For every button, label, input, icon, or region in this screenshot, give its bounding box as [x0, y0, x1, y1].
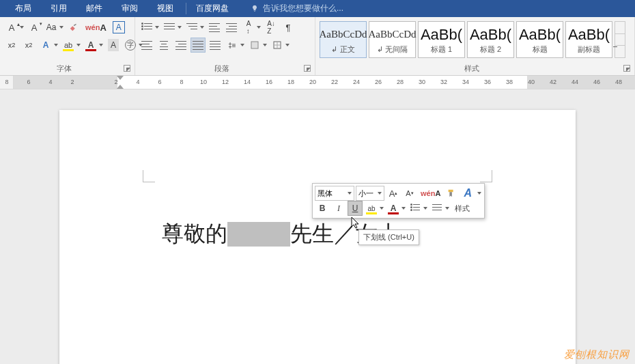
align-right-icon[interactable] — [173, 38, 188, 53]
mini-clear-dd[interactable] — [477, 186, 482, 201]
styles-dialog-launcher[interactable] — [623, 65, 630, 72]
numbering-icon[interactable] — [162, 20, 177, 35]
ruler-track[interactable]: 8642246810121416182022242628303234363840… — [14, 76, 635, 89]
menu-view[interactable]: 视图 — [147, 3, 183, 14]
styles-scroll-up[interactable] — [615, 22, 625, 34]
align-center-icon[interactable] — [156, 38, 171, 53]
increase-indent-icon[interactable] — [224, 20, 239, 35]
mini-italic-button[interactable]: I — [331, 201, 346, 216]
ruler-number: 20 — [309, 79, 316, 85]
line-spacing-dd[interactable] — [240, 38, 245, 53]
style-tile[interactable]: AaBb(标题 1 — [418, 21, 465, 58]
mini-numbering-icon[interactable] — [429, 201, 444, 216]
char-border-icon[interactable]: A — [111, 20, 127, 35]
decrease-indent-icon[interactable] — [207, 20, 222, 35]
mini-bullets-icon[interactable] — [408, 201, 423, 216]
show-marks-icon[interactable]: ¶ — [281, 20, 296, 35]
clear-format-icon[interactable] — [66, 20, 81, 35]
selected-text-placeholder[interactable] — [227, 222, 290, 247]
mini-fc-dd[interactable] — [401, 201, 406, 216]
shading-dd[interactable] — [262, 38, 268, 53]
align-distributed-icon[interactable] — [208, 38, 223, 53]
numbering-dd[interactable] — [177, 20, 182, 35]
style-tile[interactable]: AaBb(标题 2 — [467, 21, 514, 58]
mini-bold-button[interactable]: B — [315, 201, 330, 216]
increase-font-icon[interactable]: A▴ — [4, 20, 19, 35]
para-dialog-launcher[interactable] — [304, 65, 311, 72]
styles-expand[interactable] — [615, 46, 625, 57]
tooltip-underline: 下划线 (Ctrl+U) — [358, 229, 419, 245]
style-name: 副标题 — [578, 44, 600, 55]
page[interactable]: 尊敬的 先生／女士 黑体 小一 A▴ A▾ wénA A B I U ab A — [59, 110, 576, 364]
style-tile[interactable]: AaBbCcDd↲ 无间隔 — [369, 21, 416, 58]
mini-size-combo[interactable]: 小一 — [356, 186, 384, 201]
styles-gallery: AaBbCcDd↲ 正文AaBbCcDd↲ 无间隔AaBb(标题 1AaBb(标… — [320, 20, 630, 59]
phonetic-guide-icon[interactable]: wénA — [83, 20, 109, 35]
mini-format-painter-icon[interactable] — [444, 186, 459, 201]
style-tile[interactable]: AaBb(标题 — [516, 21, 563, 58]
char-shading-icon[interactable]: A — [106, 38, 121, 53]
menu-review[interactable]: 审阅 — [112, 3, 147, 14]
style-tile[interactable]: AaBbCcDd↲ 正文 — [320, 21, 367, 58]
styles-scroll-down[interactable] — [615, 34, 625, 46]
font-color-icon[interactable]: A — [83, 38, 98, 53]
ruler-number: 32 — [440, 79, 447, 85]
borders-icon[interactable] — [270, 38, 285, 53]
font-dialog-launcher[interactable] — [124, 65, 130, 72]
mini-clear-format-icon[interactable]: A — [460, 186, 475, 201]
mini-numbering-dd[interactable] — [444, 201, 450, 216]
line-spacing-icon[interactable]: ‡≡ — [225, 38, 240, 53]
enclose-char-icon[interactable]: 字 — [123, 38, 138, 53]
document-area[interactable]: 尊敬的 先生／女士 黑体 小一 A▴ A▾ wénA A B I U ab A — [0, 89, 635, 364]
mini-highlight-dd[interactable] — [379, 201, 384, 216]
text-effects-icon[interactable]: A — [38, 38, 53, 53]
bullets-icon[interactable] — [139, 20, 154, 35]
align-justify-icon[interactable] — [190, 38, 206, 53]
superscript-icon[interactable]: x2 — [21, 38, 36, 53]
style-preview: AaBb( — [470, 25, 511, 44]
ruler-number: 28 — [397, 79, 404, 85]
ruler-number: 6 — [27, 79, 30, 85]
ruler-number: 48 — [615, 79, 622, 85]
ruler-number: 30 — [419, 79, 425, 85]
mini-bullets-dd[interactable] — [423, 201, 428, 216]
change-case-icon[interactable]: Aa — [44, 20, 59, 35]
horizontal-ruler[interactable]: 8642246810121416182022242628303234363840… — [0, 76, 635, 89]
ruler-number: 6 — [158, 79, 161, 85]
mini-shrink-font-icon[interactable]: A▾ — [402, 186, 417, 201]
ruler-number: 36 — [484, 79, 491, 85]
style-name: 标题 2 — [480, 44, 501, 55]
shading-icon[interactable] — [247, 38, 262, 53]
text-direction-icon[interactable]: A↕ — [241, 20, 256, 35]
mini-highlight-icon[interactable]: ab — [364, 201, 379, 216]
mini-phonetic-icon[interactable]: wénA — [419, 186, 442, 201]
menu-mailings[interactable]: 邮件 — [76, 3, 112, 14]
decrease-font-icon[interactable]: A▾ — [27, 20, 42, 35]
mini-font-combo[interactable]: 黑体 — [315, 186, 354, 201]
multilevel-dd[interactable] — [199, 20, 205, 35]
highlight-icon[interactable]: ab — [61, 38, 76, 53]
tell-me-search[interactable]: 告诉我您想要做什么... — [251, 3, 343, 14]
menu-references[interactable]: 引用 — [41, 3, 76, 14]
text-dir-dd[interactable] — [256, 20, 262, 35]
borders-dd[interactable] — [285, 38, 290, 53]
increase-font-dd[interactable] — [19, 20, 25, 35]
multilevel-icon[interactable] — [184, 20, 199, 35]
mini-underline-button[interactable]: U — [348, 201, 363, 216]
subscript-icon[interactable]: x2 — [4, 38, 19, 53]
menu-baidu-netdisk[interactable]: 百度网盘 — [186, 3, 238, 14]
group-font: A▴ A▾ Aa wénA A x2 x2 A ab A A 字 字体 — [0, 17, 135, 75]
text-effects-dd[interactable] — [53, 38, 59, 53]
highlight-dd[interactable] — [76, 38, 81, 53]
mini-font-color-icon[interactable]: A — [386, 201, 401, 216]
style-tile[interactable]: AaBb(副标题 — [565, 21, 612, 58]
sort-icon[interactable]: A↓Z — [264, 20, 279, 35]
ruler-number: 2 — [70, 79, 74, 85]
align-left-icon[interactable] — [139, 38, 154, 53]
mini-grow-font-icon[interactable]: A▴ — [386, 186, 401, 201]
mini-styles-button[interactable]: 样式 — [451, 201, 473, 216]
font-color-dd[interactable] — [98, 38, 104, 53]
change-case-dd[interactable] — [59, 20, 64, 35]
bullets-dd[interactable] — [154, 20, 160, 35]
menu-layout[interactable]: 布局 — [5, 3, 41, 14]
